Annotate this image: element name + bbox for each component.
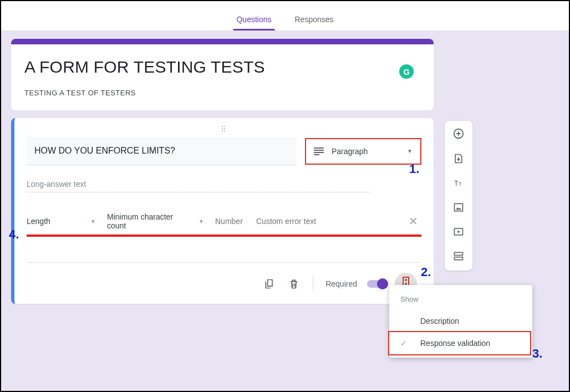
image-icon bbox=[453, 202, 464, 213]
question-card: ⠿ Paragraph ▼ Long-answer text Length ▼ … bbox=[11, 118, 434, 304]
long-answer-placeholder: Long-answer text bbox=[27, 180, 370, 192]
form-canvas: A FORM FOR TESTING TESTS TESTING A TEST … bbox=[1, 31, 569, 391]
drag-handle-icon[interactable]: ⠿ bbox=[27, 125, 421, 135]
trash-icon bbox=[288, 278, 299, 289]
menu-section-label: Show bbox=[389, 293, 532, 310]
menu-item-label: Description bbox=[420, 317, 459, 325]
svg-rect-9 bbox=[455, 252, 463, 255]
import-questions-button[interactable] bbox=[453, 153, 464, 166]
validation-number-input[interactable] bbox=[215, 217, 245, 226]
divider bbox=[313, 276, 313, 292]
tab-responses[interactable]: Responses bbox=[292, 15, 337, 30]
question-text-input[interactable] bbox=[27, 137, 296, 165]
validation-rule-dropdown[interactable]: Length ▼ bbox=[27, 217, 96, 226]
delete-button[interactable] bbox=[284, 274, 304, 294]
validation-condition-dropdown[interactable]: Minimum character count ▼ bbox=[107, 212, 204, 230]
svg-rect-1 bbox=[314, 150, 324, 151]
form-title[interactable]: A FORM FOR TESTING TESTS bbox=[24, 58, 420, 77]
top-tabs: Questions Responses bbox=[1, 1, 569, 31]
paragraph-icon bbox=[314, 147, 324, 155]
section-icon bbox=[453, 251, 464, 262]
add-question-button[interactable] bbox=[452, 128, 465, 142]
question-footer: Required bbox=[27, 262, 421, 304]
side-toolbar: TT bbox=[445, 121, 472, 271]
menu-item-description[interactable]: Description bbox=[389, 310, 532, 332]
add-title-button[interactable]: TT bbox=[453, 177, 464, 191]
video-icon bbox=[453, 226, 464, 237]
import-icon bbox=[453, 153, 464, 164]
svg-rect-10 bbox=[455, 257, 463, 260]
form-description[interactable]: TESTING A TEST OF TESTERS bbox=[24, 89, 420, 97]
duplicate-button[interactable] bbox=[259, 274, 279, 294]
required-label: Required bbox=[325, 279, 357, 288]
remove-validation-icon[interactable]: ✕ bbox=[409, 215, 421, 228]
question-type-label: Paragraph bbox=[332, 147, 399, 156]
svg-rect-2 bbox=[314, 152, 324, 153]
chevron-down-icon: ▼ bbox=[90, 218, 96, 225]
chevron-down-icon: ▼ bbox=[199, 218, 204, 225]
check-icon: ✓ bbox=[400, 339, 411, 348]
menu-item-response-validation[interactable]: ✓ Response validation bbox=[389, 332, 532, 354]
validation-row: Length ▼ Minimum character count ▼ ✕ bbox=[27, 212, 421, 237]
required-toggle[interactable] bbox=[367, 280, 387, 288]
svg-rect-3 bbox=[314, 154, 319, 155]
form-header-card: A FORM FOR TESTING TESTS TESTING A TEST … bbox=[11, 39, 434, 110]
validation-condition-label: Minimum character count bbox=[107, 212, 194, 230]
copy-icon bbox=[264, 278, 275, 289]
add-image-button[interactable] bbox=[453, 202, 464, 215]
tab-questions[interactable]: Questions bbox=[233, 15, 274, 30]
svg-rect-0 bbox=[314, 147, 324, 149]
more-options-menu: Show Description ✓ Response validation bbox=[389, 285, 532, 358]
add-section-button[interactable] bbox=[453, 251, 464, 264]
text-icon: TT bbox=[453, 177, 464, 189]
annotation-3: 3. bbox=[532, 347, 542, 361]
svg-text:T: T bbox=[459, 181, 462, 187]
add-video-button[interactable] bbox=[453, 226, 464, 240]
plus-circle-icon bbox=[452, 128, 465, 140]
question-type-dropdown[interactable]: Paragraph ▼ bbox=[305, 138, 421, 165]
svg-rect-7 bbox=[455, 203, 463, 211]
validation-rule-label: Length bbox=[27, 217, 50, 226]
chevron-down-icon: ▼ bbox=[407, 148, 413, 154]
validation-error-input[interactable] bbox=[256, 217, 334, 226]
grammarly-badge[interactable]: G bbox=[399, 64, 414, 79]
menu-item-label: Response validation bbox=[420, 339, 490, 348]
svg-text:T: T bbox=[454, 179, 459, 187]
